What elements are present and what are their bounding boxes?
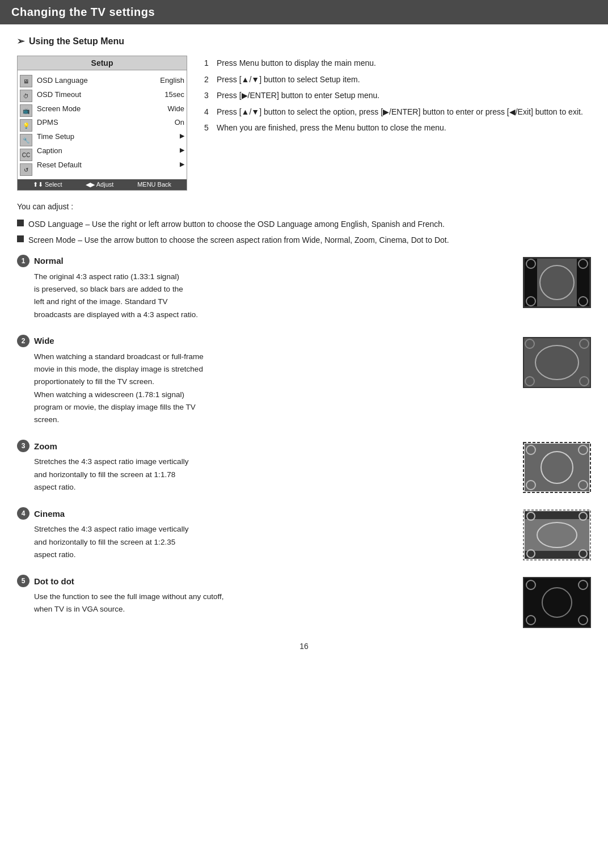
icon-screen-mode: 📺 <box>20 104 32 117</box>
setup-row-time-setup: Time Setup ▶ <box>37 130 184 144</box>
mode-zoom-image <box>523 442 591 493</box>
mode-normal: 1 Normal The original 4:3 aspect ratio (… <box>17 255 591 321</box>
svg-rect-16 <box>525 444 589 491</box>
bullet-osd-text: OSD Language – Use the right or left arr… <box>28 218 445 230</box>
mode-dot-number: 5 <box>17 575 29 587</box>
icon-time-setup: 🔧 <box>20 134 32 146</box>
svg-rect-31 <box>523 578 590 627</box>
mode-normal-image <box>523 257 591 308</box>
reset-default-label: Reset Default <box>37 159 82 171</box>
icon-caption: CC <box>20 149 32 161</box>
mode-cinema: 4 Cinema Stretches the 4:3 aspect ratio … <box>17 507 591 561</box>
mode-dot: 5 Dot to dot Use the function to see the… <box>17 575 591 628</box>
instruction-5-num: 5 <box>204 120 213 136</box>
bullet-screen-mode: Screen Mode – Use the arrow button to ch… <box>17 234 591 246</box>
instruction-4-num: 4 <box>204 104 213 120</box>
instruction-1-text: Press Menu button to display the main me… <box>217 56 376 71</box>
icon-osd-timeout: ⏱ <box>20 90 32 102</box>
caption-label: Caption <box>37 145 62 157</box>
instructions-panel: 1 Press Menu button to display the main … <box>204 56 591 191</box>
bullet-osd-language: OSD Language – Use the right or left arr… <box>17 218 591 230</box>
mode-cinema-desc: Stretches the 4:3 aspect ratio image ver… <box>34 523 512 561</box>
bullet-screen-text: Screen Mode – Use the arrow button to ch… <box>28 234 449 246</box>
mode-normal-name: Normal <box>34 256 64 266</box>
screen-mode-label: Screen Mode <box>37 103 81 115</box>
instruction-2: 2 Press [▲/▼] button to select Setup ite… <box>204 72 591 87</box>
mode-wide-left: 2 Wide When watching a standard broadcas… <box>17 335 512 427</box>
instruction-2-num: 2 <box>204 72 213 87</box>
mode-zoom-title-row: 3 Zoom <box>17 440 512 452</box>
setup-row-dpms: DPMS On <box>37 116 184 130</box>
setup-row-caption: Caption ▶ <box>37 144 184 158</box>
mode-wide: 2 Wide When watching a standard broadcas… <box>17 335 591 427</box>
setup-footer: ⬆⬇ Select ◀▶ Adjust MENU Back <box>18 179 187 190</box>
mode-dot-image <box>523 577 591 628</box>
bullet-square-osd <box>17 220 24 226</box>
osd-language-value: English <box>160 75 184 87</box>
time-setup-arrow: ▶ <box>180 131 184 143</box>
instruction-5: 5 When you are finished, press the Menu … <box>204 120 591 136</box>
mode-normal-desc: The original 4:3 aspect ratio (1.33:1 si… <box>34 271 512 321</box>
setup-menu-box: Setup 🖥 ⏱ 📺 💡 🔧 CC ↺ OSD Language Englis… <box>17 56 187 191</box>
instruction-5-text: When you are finished, press the Menu bu… <box>217 120 446 136</box>
setup-rows: OSD Language English OSD Timeout 15sec S… <box>37 74 184 176</box>
caption-arrow: ▶ <box>180 145 184 157</box>
setup-menu-title: Setup <box>18 56 187 70</box>
mode-cinema-title-row: 4 Cinema <box>17 507 512 520</box>
setup-row-osd-language: OSD Language English <box>37 74 184 88</box>
mode-dot-left: 5 Dot to dot Use the function to see the… <box>17 575 512 628</box>
instruction-1-num: 1 <box>204 56 213 71</box>
mode-normal-title-row: 1 Normal <box>17 255 512 267</box>
you-can-adjust-text: You can adjust : <box>17 202 591 211</box>
setup-row-reset-default: Reset Default ▶ <box>37 158 184 172</box>
reset-default-arrow: ▶ <box>180 159 184 171</box>
mode-zoom-desc: Stretches the 4:3 aspect ratio image ver… <box>34 456 512 494</box>
bullet-square-screen <box>17 235 24 242</box>
mode-wide-number: 2 <box>17 335 29 347</box>
mode-dot-name: Dot to dot <box>34 576 74 586</box>
icon-dpms: 💡 <box>20 119 32 132</box>
mode-cinema-number: 4 <box>17 507 29 520</box>
mode-normal-number: 1 <box>17 255 29 267</box>
mode-zoom-number: 3 <box>17 440 29 452</box>
instruction-3: 3 Press [▶/ENTER] button to enter Setup … <box>204 88 591 103</box>
mode-cinema-name: Cinema <box>34 509 65 519</box>
footer-select: ⬆⬇ Select <box>33 181 62 188</box>
setup-icons: 🖥 ⏱ 📺 💡 🔧 CC ↺ <box>20 74 32 176</box>
mode-dot-title-row: 5 Dot to dot <box>17 575 512 587</box>
icon-reset: ↺ <box>20 163 32 176</box>
mode-wide-desc: When watching a standard broadcast or fu… <box>34 351 512 427</box>
top-section: Setup 🖥 ⏱ 📺 💡 🔧 CC ↺ OSD Language Englis… <box>17 56 591 191</box>
mode-zoom-left: 3 Zoom Stretches the 4:3 aspect ratio im… <box>17 440 512 494</box>
footer-back: MENU Back <box>137 181 171 188</box>
mode-wide-title-row: 2 Wide <box>17 335 512 347</box>
instructions-list: 1 Press Menu button to display the main … <box>204 56 591 136</box>
setup-row-screen-mode: Screen Mode Wide <box>37 102 184 116</box>
osd-timeout-value: 15sec <box>164 89 184 101</box>
instruction-4: 4 Press [▲/▼] button to select the optio… <box>204 104 591 120</box>
instruction-3-text: Press [▶/ENTER] button to enter Setup me… <box>217 88 379 103</box>
mode-dot-desc: Use the function to see the full image w… <box>34 591 512 616</box>
instruction-1: 1 Press Menu button to display the main … <box>204 56 591 71</box>
instruction-3-num: 3 <box>204 88 213 103</box>
icon-osd-language: 🖥 <box>20 75 32 87</box>
mode-wide-name: Wide <box>34 336 54 345</box>
page-title: Changing the TV settings <box>0 0 608 24</box>
dpms-label: DPMS <box>37 117 58 129</box>
osd-timeout-label: OSD Timeout <box>37 89 81 101</box>
time-setup-label: Time Setup <box>37 131 74 143</box>
mode-cinema-image <box>523 509 591 561</box>
section-heading: Using the Setup Menu <box>17 36 591 47</box>
mode-cinema-left: 4 Cinema Stretches the 4:3 aspect ratio … <box>17 507 512 561</box>
screen-mode-value: Wide <box>167 103 184 115</box>
mode-zoom: 3 Zoom Stretches the 4:3 aspect ratio im… <box>17 440 591 494</box>
setup-row-osd-timeout: OSD Timeout 15sec <box>37 88 184 102</box>
instruction-4-text: Press [▲/▼] button to select the option,… <box>217 104 583 120</box>
mode-zoom-name: Zoom <box>34 441 57 451</box>
mode-wide-image <box>523 337 591 388</box>
page-number: 16 <box>17 642 591 651</box>
mode-normal-left: 1 Normal The original 4:3 aspect ratio (… <box>17 255 512 321</box>
dpms-value: On <box>175 117 184 129</box>
osd-language-label: OSD Language <box>37 75 88 87</box>
footer-adjust: ◀▶ Adjust <box>86 181 113 188</box>
